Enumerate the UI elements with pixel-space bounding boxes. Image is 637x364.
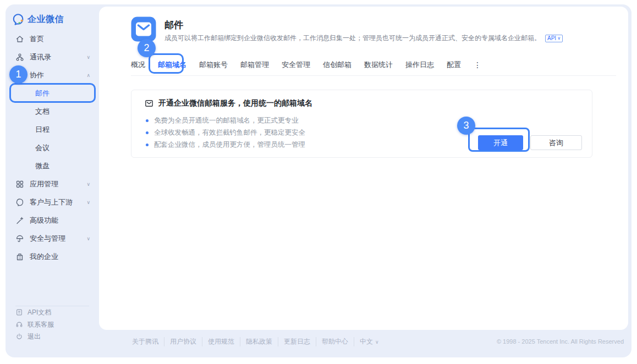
headset-icon	[15, 321, 23, 328]
more-tabs-icon[interactable]: ⋮	[474, 59, 482, 70]
document-icon	[15, 308, 23, 316]
tab-mail-management[interactable]: 邮箱管理	[240, 59, 269, 70]
sidebar-item-label: 首页	[30, 34, 44, 44]
promo-heading: 开通企业微信邮箱服务，使用统一的邮箱域名	[145, 98, 312, 108]
page-description-text: 成员可以将工作邮箱绑定到企业微信收发邮件，工作消息归集一处；管理员也可统一为成员…	[164, 34, 541, 43]
sidebar-item-home[interactable]: 首页	[11, 30, 96, 48]
tab-settings[interactable]: 配置	[447, 59, 461, 70]
copyright-text: © 1998 - 2025 Tencent Inc. All Rights Re…	[497, 338, 624, 345]
footer-link-privacy-policy[interactable]: 隐私政策	[240, 337, 278, 346]
building-icon	[15, 252, 24, 261]
step-2-badge: 2	[138, 39, 156, 57]
sidebar-item-label: 客户与上下游	[30, 197, 73, 207]
tab-overview[interactable]: 概况	[131, 59, 145, 70]
sidebar-item-contact-support[interactable]: 联系客服	[11, 318, 94, 330]
wecom-logo-icon	[12, 13, 24, 25]
power-icon	[15, 333, 23, 340]
footer-links: 关于腾讯 用户协议 使用规范 隐私政策 更新日志 帮助中心 中文 ∨	[132, 337, 379, 346]
tab-security-management[interactable]: 安全管理	[282, 59, 310, 70]
page-title: 邮件	[164, 19, 183, 31]
sidebar-item-my-company[interactable]: 我的企业	[11, 247, 96, 266]
apps-grid-icon	[15, 180, 24, 189]
promo-bullet: 免费为全员开通统一的邮箱域名，更正式更专业	[146, 114, 305, 126]
mail-app-icon	[131, 16, 156, 42]
sidebar-item-app-management[interactable]: 应用管理 ∨	[11, 175, 96, 193]
sidebar-item-label: 高级功能	[30, 216, 58, 225]
footer-link-changelog[interactable]: 更新日志	[278, 337, 316, 346]
chat-bubble-icon	[15, 198, 24, 207]
sidebar-item-logout[interactable]: 退出	[11, 330, 94, 343]
sidebar-item-label: 应用管理	[30, 179, 58, 189]
step-1-badge: 1	[9, 65, 28, 84]
wecom-logo[interactable]: 企业微信	[12, 13, 64, 25]
page-description: 成员可以将工作邮箱绑定到企业微信收发邮件，工作消息归集一处；管理员也可统一为成员…	[164, 34, 612, 43]
chevron-down-icon: ∨	[86, 200, 90, 205]
umbrella-security-icon	[15, 234, 24, 243]
sidebar-item-label: 退出	[28, 332, 41, 341]
chevron-down-icon: ∨	[86, 181, 90, 187]
api-dropdown-badge[interactable]: API ∨	[545, 35, 563, 42]
chevron-up-icon: ∧	[86, 73, 90, 78]
promo-bullet-list: 免费为全员开通统一的邮箱域名，更正式更专业 全球收发畅通，有效拦截钓鱼邮件，更稳…	[146, 114, 305, 151]
sidebar-item-label: 日程	[35, 125, 50, 135]
sidebar-item-contacts[interactable]: 通讯录 ∨	[11, 48, 96, 66]
tab-data-statistics[interactable]: 数据统计	[364, 59, 393, 70]
home-icon	[15, 35, 24, 43]
highlight-box-mail-domain-tab	[149, 53, 184, 74]
sidebar-item-calendar[interactable]: 日程	[11, 120, 96, 139]
highlight-box-activate-button	[468, 128, 530, 152]
footer-link-about-tencent[interactable]: 关于腾讯	[132, 337, 164, 346]
chevron-down-icon[interactable]: ∨	[375, 339, 379, 345]
chevron-down-icon: ∨	[86, 54, 90, 60]
promo-bullet: 全球收发畅通，有效拦截钓鱼邮件，更稳定更安全	[146, 126, 305, 139]
tab-mail-accounts[interactable]: 邮箱账号	[199, 59, 228, 70]
sidebar-item-label: 通讯录	[30, 52, 51, 62]
sidebar-nav: 首页 通讯录 ∨ 协作 ∧ 邮件 文档 日程	[11, 30, 96, 266]
sidebar-item-label: 文档	[35, 107, 50, 117]
envelope-icon	[145, 99, 153, 108]
tab-xinchuang-mail[interactable]: 信创邮箱	[323, 59, 352, 70]
sidebar-item-advanced-features[interactable]: 高级功能	[11, 211, 96, 229]
consult-button[interactable]: 咨询	[530, 135, 582, 150]
step-3-badge: 3	[457, 117, 475, 135]
contacts-icon	[15, 53, 24, 62]
footer-link-help-center[interactable]: 帮助中心	[316, 337, 354, 346]
wecom-logo-text: 企业微信	[28, 14, 64, 25]
footer-link-user-agreement[interactable]: 用户协议	[164, 337, 202, 346]
sidebar-item-api-docs[interactable]: API文档	[11, 306, 94, 318]
sidebar-item-customers[interactable]: 客户与上下游 ∨	[11, 193, 96, 211]
footer-link-usage-rules[interactable]: 使用规范	[202, 337, 240, 346]
chevron-down-icon: ∨	[557, 36, 561, 41]
api-badge-label: API	[547, 35, 556, 41]
sidebar-bottom: API文档 联系客服 退出	[11, 306, 94, 343]
sidebar-item-meeting[interactable]: 会议	[11, 139, 96, 157]
chevron-down-icon: ∨	[86, 236, 90, 241]
sidebar-item-label: 协作	[30, 70, 44, 80]
tab-bar: 概况 邮箱域名 邮箱账号 邮箱管理 安全管理 信创邮箱 数据统计 操作日志 配置…	[131, 59, 616, 76]
magic-wand-icon	[15, 216, 24, 225]
sidebar-item-docs[interactable]: 文档	[11, 102, 96, 120]
promo-bullet: 配套企业微信，成员使用更方便，管理员统一管理	[146, 139, 305, 151]
sidebar-item-security-management[interactable]: 安全与管理 ∨	[11, 229, 96, 247]
sidebar-item-label: 会议	[35, 143, 50, 153]
sidebar-item-drive[interactable]: 微盘	[11, 157, 96, 175]
sidebar: 企业微信 首页 通讯录 ∨ 协作 ∧	[6, 4, 99, 357]
sidebar-item-label: 微盘	[35, 161, 50, 171]
highlight-box-mail-sidebar-item	[9, 83, 96, 103]
sidebar-item-label: 我的企业	[30, 252, 58, 262]
language-selector[interactable]: 中文	[354, 337, 375, 346]
sidebar-item-label: 联系客服	[28, 320, 54, 329]
sidebar-item-label: API文档	[28, 308, 51, 317]
promo-title: 开通企业微信邮箱服务，使用统一的邮箱域名	[158, 98, 312, 108]
sidebar-item-label: 安全与管理	[30, 234, 65, 244]
tab-operation-log[interactable]: 操作日志	[405, 59, 434, 70]
